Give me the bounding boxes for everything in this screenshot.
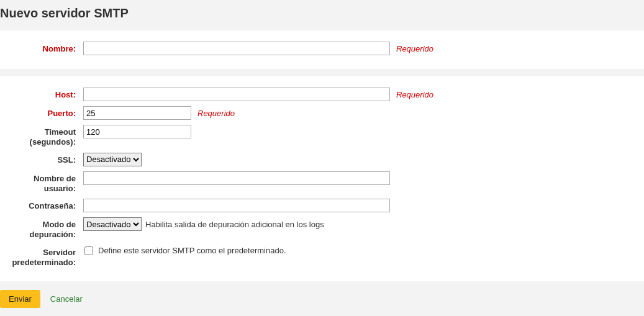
label-username: Nombre de usuario: bbox=[0, 171, 78, 194]
cancel-link[interactable]: Cancelar bbox=[50, 294, 83, 304]
help-default: Define este servidor SMTP como el predet… bbox=[98, 246, 286, 255]
input-username[interactable] bbox=[83, 171, 390, 185]
label-default: Servidor predeterminado: bbox=[0, 245, 78, 268]
row-timeout: Timeout (segundos): bbox=[0, 125, 644, 148]
row-host: Host: Requerido bbox=[0, 88, 644, 101]
row-name: Nombre: Requerido bbox=[0, 42, 644, 55]
input-password[interactable] bbox=[83, 199, 390, 212]
title-bar: Nuevo servidor SMTP bbox=[0, 0, 644, 30]
row-debug: Modo de depuración: Desactivado Habilita… bbox=[0, 217, 644, 240]
label-timeout: Timeout (segundos): bbox=[0, 125, 78, 148]
select-ssl[interactable]: Desactivado bbox=[83, 153, 142, 166]
actions-bar: Enviar Cancelar bbox=[0, 281, 644, 316]
row-password: Contraseña: bbox=[0, 199, 644, 212]
input-host[interactable] bbox=[83, 88, 390, 101]
label-host: Host: bbox=[0, 88, 78, 100]
select-debug[interactable]: Desactivado bbox=[83, 217, 142, 231]
row-ssl: SSL: Desactivado bbox=[0, 153, 644, 166]
row-port: Puerto: Requerido bbox=[0, 106, 644, 120]
form-section-name: Nombre: Requerido bbox=[0, 30, 644, 69]
label-name: Nombre: bbox=[0, 42, 78, 54]
section-divider bbox=[0, 69, 644, 76]
input-port[interactable] bbox=[83, 106, 191, 120]
label-password: Contraseña: bbox=[0, 199, 78, 211]
row-username: Nombre de usuario: bbox=[0, 171, 644, 194]
submit-button[interactable]: Enviar bbox=[0, 290, 40, 308]
input-name[interactable] bbox=[83, 42, 390, 55]
form-section-settings: Host: Requerido Puerto: Requerido Timeou… bbox=[0, 76, 644, 281]
label-ssl: SSL: bbox=[0, 153, 78, 165]
help-debug: Habilita salida de depuración adicional … bbox=[145, 220, 324, 229]
required-hint-port: Requerido bbox=[197, 109, 235, 118]
label-debug: Modo de depuración: bbox=[0, 217, 78, 240]
required-hint-name: Requerido bbox=[396, 44, 433, 53]
page-title: Nuevo servidor SMTP bbox=[0, 6, 644, 20]
input-timeout[interactable] bbox=[83, 125, 191, 138]
row-default: Servidor predeterminado: Define este ser… bbox=[0, 245, 644, 268]
checkbox-default[interactable] bbox=[84, 246, 93, 255]
required-hint-host: Requerido bbox=[396, 90, 433, 99]
label-port: Puerto: bbox=[0, 106, 78, 119]
